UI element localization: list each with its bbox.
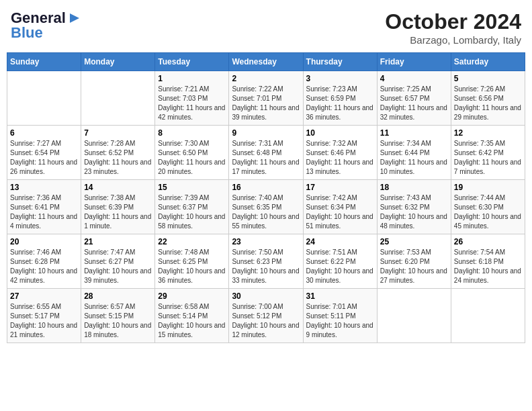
day-info: Sunrise: 7:32 AMSunset: 6:46 PMDaylight:… [306,139,374,177]
day-info: Sunrise: 7:34 AMSunset: 6:44 PMDaylight:… [380,139,448,177]
day-info: Sunrise: 6:57 AMSunset: 5:15 PMDaylight:… [84,302,152,340]
day-number: 31 [306,291,374,301]
calendar-cell: 8Sunrise: 7:30 AMSunset: 6:50 PMDaylight… [155,126,229,180]
day-info: Sunrise: 7:30 AMSunset: 6:50 PMDaylight:… [158,139,226,177]
calendar-cell: 20Sunrise: 7:46 AMSunset: 6:28 PMDayligh… [7,234,81,289]
day-info: Sunrise: 7:53 AMSunset: 6:20 PMDaylight:… [380,248,448,285]
calendar-cell [377,289,451,343]
day-number: 8 [158,128,226,138]
day-info: Sunrise: 7:36 AMSunset: 6:41 PMDaylight:… [10,193,78,231]
calendar-cell: 23Sunrise: 7:50 AMSunset: 6:23 PMDayligh… [229,234,303,289]
day-info: Sunrise: 7:31 AMSunset: 6:48 PMDaylight:… [232,139,300,177]
col-thursday: Thursday [303,53,377,71]
day-info: Sunrise: 7:27 AMSunset: 6:54 PMDaylight:… [10,139,78,177]
calendar-week-2: 6Sunrise: 7:27 AMSunset: 6:54 PMDaylight… [7,126,525,180]
calendar-week-1: 1Sunrise: 7:21 AMSunset: 7:03 PMDaylight… [7,71,525,126]
day-number: 20 [10,237,78,246]
day-number: 24 [306,237,374,246]
day-number: 15 [158,183,226,192]
day-number: 22 [158,237,226,246]
calendar-cell: 22Sunrise: 7:48 AMSunset: 6:25 PMDayligh… [155,234,229,289]
day-number: 18 [380,183,448,192]
day-info: Sunrise: 7:35 AMSunset: 6:42 PMDaylight:… [454,139,522,177]
day-number: 14 [84,183,152,192]
calendar-cell: 25Sunrise: 7:53 AMSunset: 6:20 PMDayligh… [377,234,451,289]
calendar-cell: 9Sunrise: 7:31 AMSunset: 6:48 PMDaylight… [229,126,303,180]
calendar-cell: 18Sunrise: 7:43 AMSunset: 6:32 PMDayligh… [377,180,451,234]
day-info: Sunrise: 7:28 AMSunset: 6:52 PMDaylight:… [84,139,152,177]
day-info: Sunrise: 7:38 AMSunset: 6:39 PMDaylight:… [84,193,152,231]
day-info: Sunrise: 7:40 AMSunset: 6:35 PMDaylight:… [232,193,300,231]
calendar-cell: 6Sunrise: 7:27 AMSunset: 6:54 PMDaylight… [7,126,81,180]
day-number: 3 [306,74,374,83]
day-info: Sunrise: 7:46 AMSunset: 6:28 PMDaylight:… [10,248,78,285]
day-number: 26 [454,237,522,246]
day-number: 7 [84,128,152,138]
day-info: Sunrise: 7:39 AMSunset: 6:37 PMDaylight:… [158,193,226,231]
calendar-cell: 30Sunrise: 7:00 AMSunset: 5:12 PMDayligh… [229,289,303,343]
day-number: 23 [232,237,300,246]
day-number: 13 [10,183,78,192]
calendar-cell: 31Sunrise: 7:01 AMSunset: 5:11 PMDayligh… [303,289,377,343]
logo-arrow-icon [67,11,82,26]
day-info: Sunrise: 6:55 AMSunset: 5:17 PMDaylight:… [10,302,78,340]
day-info: Sunrise: 7:01 AMSunset: 5:11 PMDaylight:… [306,302,374,340]
day-info: Sunrise: 7:48 AMSunset: 6:25 PMDaylight:… [158,248,226,285]
day-number: 11 [380,128,448,138]
day-number: 10 [306,128,374,138]
calendar-cell: 17Sunrise: 7:42 AMSunset: 6:34 PMDayligh… [303,180,377,234]
calendar-cell: 16Sunrise: 7:40 AMSunset: 6:35 PMDayligh… [229,180,303,234]
day-number: 2 [232,74,300,83]
calendar-cell: 26Sunrise: 7:54 AMSunset: 6:18 PMDayligh… [451,234,525,289]
day-number: 6 [10,128,78,138]
col-wednesday: Wednesday [229,53,303,71]
calendar-cell: 15Sunrise: 7:39 AMSunset: 6:37 PMDayligh… [155,180,229,234]
calendar-cell: 21Sunrise: 7:47 AMSunset: 6:27 PMDayligh… [81,234,155,289]
col-friday: Friday [377,53,451,71]
day-number: 1 [158,74,226,83]
calendar-header: Sunday Monday Tuesday Wednesday Thursday… [7,53,525,71]
day-info: Sunrise: 7:54 AMSunset: 6:18 PMDaylight:… [454,248,522,285]
calendar-week-3: 13Sunrise: 7:36 AMSunset: 6:41 PMDayligh… [7,180,525,234]
calendar-cell: 12Sunrise: 7:35 AMSunset: 6:42 PMDayligh… [451,126,525,180]
day-info: Sunrise: 7:22 AMSunset: 7:01 PMDaylight:… [232,85,300,122]
logo-text-block: General Blue [11,9,82,42]
title-section: October 2024 Barzago, Lombardy, Italy [385,9,521,46]
calendar-cell: 10Sunrise: 7:32 AMSunset: 6:46 PMDayligh… [303,126,377,180]
calendar-cell [451,289,525,343]
day-number: 27 [10,291,78,301]
day-number: 9 [232,128,300,138]
day-info: Sunrise: 7:47 AMSunset: 6:27 PMDaylight:… [84,248,152,285]
day-info: Sunrise: 7:23 AMSunset: 6:59 PMDaylight:… [306,85,374,122]
day-info: Sunrise: 7:26 AMSunset: 6:56 PMDaylight:… [454,85,522,122]
day-info: Sunrise: 7:00 AMSunset: 5:12 PMDaylight:… [232,302,300,340]
calendar-cell: 2Sunrise: 7:22 AMSunset: 7:01 PMDaylight… [229,71,303,126]
calendar-body: 1Sunrise: 7:21 AMSunset: 7:03 PMDaylight… [7,71,525,343]
col-sunday: Sunday [7,53,81,71]
day-number: 16 [232,183,300,192]
day-number: 4 [380,74,448,83]
logo-blue: Blue [11,24,43,42]
calendar-cell: 13Sunrise: 7:36 AMSunset: 6:41 PMDayligh… [7,180,81,234]
calendar-cell: 27Sunrise: 6:55 AMSunset: 5:17 PMDayligh… [7,289,81,343]
calendar-cell: 14Sunrise: 7:38 AMSunset: 6:39 PMDayligh… [81,180,155,234]
day-info: Sunrise: 7:25 AMSunset: 6:57 PMDaylight:… [380,85,448,122]
svg-marker-0 [70,13,79,23]
calendar-cell: 4Sunrise: 7:25 AMSunset: 6:57 PMDaylight… [377,71,451,126]
col-tuesday: Tuesday [155,53,229,71]
day-info: Sunrise: 7:42 AMSunset: 6:34 PMDaylight:… [306,193,374,231]
month-title: October 2024 [385,9,521,34]
col-monday: Monday [81,53,155,71]
header-row: Sunday Monday Tuesday Wednesday Thursday… [7,53,525,71]
calendar-cell: 11Sunrise: 7:34 AMSunset: 6:44 PMDayligh… [377,126,451,180]
calendar-cell: 28Sunrise: 6:57 AMSunset: 5:15 PMDayligh… [81,289,155,343]
calendar-week-5: 27Sunrise: 6:55 AMSunset: 5:17 PMDayligh… [7,289,525,343]
page-header: General Blue October 2024 Barzago, Lomba… [7,7,525,48]
calendar-cell: 3Sunrise: 7:23 AMSunset: 6:59 PMDaylight… [303,71,377,126]
calendar-cell: 1Sunrise: 7:21 AMSunset: 7:03 PMDaylight… [155,71,229,126]
day-info: Sunrise: 7:44 AMSunset: 6:30 PMDaylight:… [454,193,522,231]
calendar-table: Sunday Monday Tuesday Wednesday Thursday… [7,52,525,343]
calendar-cell: 19Sunrise: 7:44 AMSunset: 6:30 PMDayligh… [451,180,525,234]
day-info: Sunrise: 7:50 AMSunset: 6:23 PMDaylight:… [232,248,300,285]
calendar-week-4: 20Sunrise: 7:46 AMSunset: 6:28 PMDayligh… [7,234,525,289]
